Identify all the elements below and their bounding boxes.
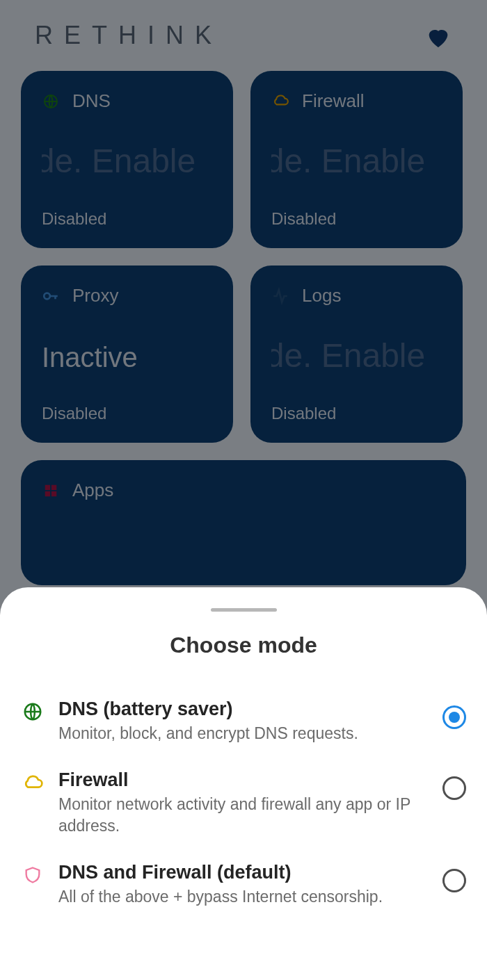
cloud-icon <box>21 771 45 794</box>
mode-option-firewall-radio[interactable] <box>442 776 466 800</box>
sheet-grabber[interactable] <box>211 608 277 612</box>
mode-option-dns-firewall-desc: All of the above + bypass Internet censo… <box>58 886 429 908</box>
sheet-title: Choose mode <box>21 632 466 658</box>
mode-option-dns[interactable]: DNS (battery saver) Monitor, block, and … <box>21 686 466 757</box>
mode-option-dns-radio[interactable] <box>442 705 466 729</box>
mode-option-firewall[interactable]: Firewall Monitor network activity and fi… <box>21 757 466 849</box>
shield-icon <box>21 863 45 887</box>
mode-option-firewall-title: Firewall <box>58 769 429 791</box>
mode-option-firewall-desc: Monitor network activity and firewall an… <box>58 794 429 837</box>
mode-option-dns-desc: Monitor, block, and encrypt DNS requests… <box>58 723 429 744</box>
choose-mode-sheet: Choose mode DNS (battery saver) Monitor,… <box>0 587 487 980</box>
mode-option-dns-firewall-radio[interactable] <box>442 869 466 892</box>
mode-option-dns-title: DNS (battery saver) <box>58 699 429 720</box>
mode-option-dns-firewall-title: DNS and Firewall (default) <box>58 862 429 883</box>
mode-option-dns-firewall[interactable]: DNS and Firewall (default) All of the ab… <box>21 849 466 920</box>
globe-icon <box>21 700 45 724</box>
